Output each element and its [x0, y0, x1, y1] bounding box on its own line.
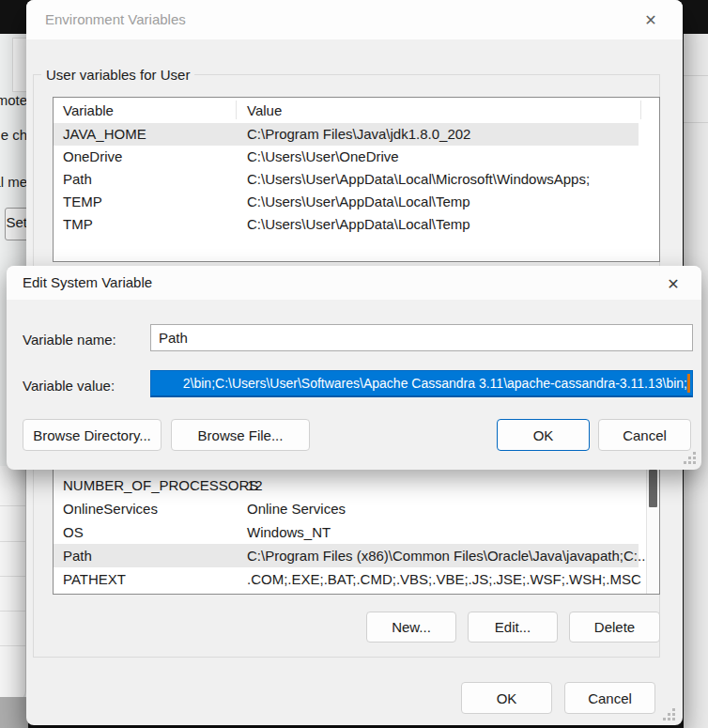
divider [0, 576, 25, 577]
variable-name-cell: PATHEXT [63, 567, 126, 591]
variable-value-cell: C:\Users\User\AppData\Local\Temp [247, 191, 470, 213]
variable-value-cell: Windows_NT [247, 520, 331, 544]
env-dialog-title: Environment Variables [45, 11, 186, 27]
divider [0, 611, 25, 612]
edit-button[interactable]: Edit... [468, 612, 558, 643]
variable-name-cell: Path [63, 168, 92, 191]
variable-value-cell: C:\Users\User\AppData\Local\Temp [247, 213, 470, 236]
table-row[interactable]: JAVA_HOME C:\Program Files\Java\jdk1.8.0… [54, 123, 639, 146]
background-text-fragment: mote [0, 92, 27, 108]
variable-value-cell: C:\Users\User\OneDrive [247, 146, 399, 168]
table-row[interactable]: OneDrive C:\Users\User\OneDrive [54, 146, 659, 168]
variable-name-cell: NUMBER_OF_PROCESSORS [63, 473, 258, 497]
ok-button[interactable]: OK [497, 419, 590, 451]
table-row[interactable]: Path C:\Program Files (x86)\Common Files… [54, 544, 639, 567]
variable-value-cell: C:\Users\User\AppData\Local\Microsoft\Wi… [247, 168, 590, 191]
variable-value-cell: KV [247, 591, 266, 595]
variable-name-cell: TEMP [63, 191, 102, 213]
background-text-fragment: e ch [1, 127, 27, 143]
background-text-fragment: al me [0, 174, 27, 190]
variable-name-cell: OS [63, 520, 84, 544]
table-row[interactable]: PATHEXT .COM;.EXE;.BAT;.CMD;.VBS;.VBE;.J… [54, 567, 659, 591]
variable-name-cell: OnlineServices [63, 497, 158, 520]
table-row[interactable]: OnlineServices Online Services [54, 497, 659, 520]
edit-dialog-title: Edit System Variable [23, 274, 152, 290]
background-window-list-fragment [0, 466, 26, 699]
table-row[interactable]: TMP C:\Users\User\AppData\Local\Temp [54, 213, 659, 236]
variable-name-label: Variable name: [23, 332, 116, 348]
divider [0, 505, 25, 506]
edit-dialog-titlebar[interactable]: Edit System Variable ✕ [7, 266, 701, 300]
variable-value-cell: C:\Program Files (x86)\Common Files\Orac… [247, 544, 649, 567]
variable-value-label: Variable value: [23, 378, 115, 394]
resize-grip-icon[interactable] [684, 452, 696, 464]
variable-value-cell: Online Services [247, 497, 346, 520]
browse-directory-button[interactable]: Browse Directory... [23, 419, 162, 451]
ok-button[interactable]: OK [461, 682, 552, 714]
delete-button[interactable]: Delete [569, 612, 660, 643]
cancel-button[interactable]: Cancel [564, 682, 655, 714]
user-variables-table: Variable Value JAVA_HOME C:\Program File… [53, 97, 660, 262]
divider [684, 75, 708, 76]
variable-value-input[interactable]: 2\bin;C:\Users\User\Softwares\Apache Cas… [150, 370, 693, 397]
column-divider[interactable] [236, 101, 237, 119]
variable-name-cell: OneDrive [63, 146, 122, 168]
background-button-fragment: Set [5, 208, 28, 240]
close-icon[interactable]: ✕ [632, 0, 670, 39]
new-button[interactable]: New... [366, 612, 456, 643]
table-row[interactable]: platformcode KV [54, 591, 659, 595]
text-caret [687, 374, 690, 393]
edit-system-variable-dialog: Edit System Variable ✕ Variable name: Pa… [7, 266, 701, 470]
variable-name-cell: JAVA_HOME [63, 123, 146, 146]
variable-name-cell: TMP [63, 213, 93, 236]
variable-name-cell: platformcode [63, 591, 145, 595]
resize-grip-icon[interactable] [663, 708, 675, 720]
divider [0, 541, 25, 542]
variable-value-cell: .COM;.EXE;.BAT;.CMD;.VBS;.VBE;.JS;.JSE;.… [247, 567, 641, 591]
column-header-value[interactable]: Value [247, 102, 282, 118]
table-row[interactable]: TEMP C:\Users\User\AppData\Local\Temp [54, 191, 659, 213]
selected-text: 2\bin;C:\Users\User\Softwares\Apache Cas… [183, 371, 687, 395]
table-row[interactable]: NUMBER_OF_PROCESSORS 12 [54, 473, 659, 497]
table-row[interactable]: OS Windows_NT [54, 520, 659, 544]
scrollbar-thumb[interactable] [649, 470, 657, 507]
env-dialog-titlebar[interactable]: Environment Variables ✕ [26, 0, 683, 39]
user-variables-group-label: User variables for User [41, 67, 194, 83]
divider [684, 122, 708, 123]
background-text-fragment: Set [6, 214, 27, 230]
table-header: Variable Value [54, 98, 659, 123]
column-divider[interactable] [640, 101, 641, 119]
variable-name-cell: Path [63, 544, 92, 567]
divider [0, 645, 25, 646]
backdrop-shadow [0, 697, 28, 728]
table-row[interactable]: Path C:\Users\User\AppData\Local\Microso… [54, 168, 659, 191]
variable-name-input[interactable]: Path [150, 324, 693, 351]
cancel-button[interactable]: Cancel [598, 419, 691, 451]
column-header-variable[interactable]: Variable [63, 102, 114, 118]
variable-value-cell: 12 [247, 473, 263, 497]
browse-file-button[interactable]: Browse File... [171, 419, 310, 451]
variable-value-cell: C:\Program Files\Java\jdk1.8.0_202 [247, 123, 470, 146]
close-icon[interactable]: ✕ [654, 266, 692, 302]
